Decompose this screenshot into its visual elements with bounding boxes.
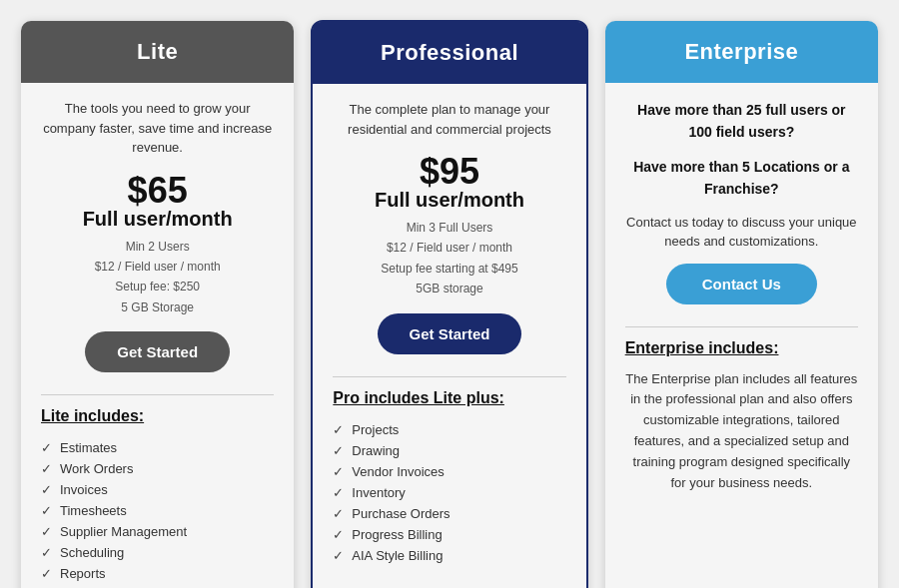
enterprise-header: Enterprise [605, 21, 878, 83]
check-icon: ✓ [333, 443, 344, 458]
pro-tagline: The complete plan to manage your residen… [333, 100, 565, 139]
enterprise-description: The Enterprise plan includes all feature… [625, 369, 858, 494]
enterprise-body: Have more than 25 full users or 100 fiel… [605, 83, 878, 588]
check-icon: ✓ [333, 422, 344, 437]
pro-header: Professional [313, 22, 585, 84]
feature-label: Scheduling [60, 545, 124, 560]
feature-label: Projects [352, 422, 399, 437]
feature-label: Estimates [60, 440, 117, 455]
list-item: ✓Timesheets [41, 500, 274, 521]
feature-label: Reports [60, 566, 106, 581]
enterprise-plan-card: Enterprise Have more than 25 full users … [604, 20, 879, 588]
list-item: ✓Estimates [41, 437, 274, 458]
check-icon: ✓ [41, 566, 52, 581]
lite-header: Lite [21, 21, 294, 83]
list-item: ✓AIA Style Billing [333, 545, 565, 566]
enterprise-title: Enterprise [621, 39, 862, 65]
lite-price: $65 Full user/month [83, 170, 233, 231]
feature-label: Inventory [352, 485, 405, 500]
feature-label: Progress Billing [352, 527, 442, 542]
lite-cta-button[interactable]: Get Started [85, 331, 230, 372]
list-item: ✓Work Orders [41, 458, 274, 479]
pro-detail-1: Min 3 Full Users [407, 221, 493, 235]
list-item: ✓Reports [41, 563, 274, 584]
pro-includes-title: Pro includes Lite plus: [333, 389, 504, 407]
list-item: ✓Projects [333, 419, 565, 440]
check-icon: ✓ [41, 461, 52, 476]
check-icon: ✓ [333, 506, 344, 521]
list-item: ✓Supplier Management [41, 521, 274, 542]
check-icon: ✓ [41, 482, 52, 497]
pro-see-all-link[interactable]: See all features [402, 578, 496, 588]
pro-details: Min 3 Full Users $12 / Field user / mont… [381, 218, 517, 299]
lite-detail-4: 5 GB Storage [121, 300, 194, 314]
lite-detail-2: $12 / Field user / month [95, 260, 221, 274]
check-icon: ✓ [41, 545, 52, 560]
list-item: ✓Inventory [333, 482, 565, 503]
lite-per: Full user/month [83, 208, 233, 231]
enterprise-divider [625, 326, 858, 327]
feature-label: Invoices [60, 482, 108, 497]
feature-label: Purchase Orders [352, 506, 450, 521]
feature-label: Timesheets [60, 503, 127, 518]
lite-features-list: ✓Estimates ✓Work Orders ✓Invoices ✓Times… [41, 437, 274, 584]
pro-divider [333, 376, 565, 377]
pro-features-list: ✓Projects ✓Drawing ✓Vendor Invoices ✓Inv… [333, 419, 565, 566]
lite-title: Lite [37, 39, 278, 65]
check-icon: ✓ [333, 527, 344, 542]
list-item: ✓Scheduling [41, 542, 274, 563]
pro-plan-card: Professional The complete plan to manage… [311, 20, 587, 588]
enterprise-cta-button[interactable]: Contact Us [666, 264, 817, 304]
enterprise-includes-title: Enterprise includes: [625, 339, 779, 357]
enterprise-contact-prompt: Contact us today to discuss your unique … [625, 213, 858, 252]
feature-label: Vendor Invoices [352, 464, 445, 479]
list-item: ✓Vendor Invoices [333, 461, 565, 482]
list-item: ✓Purchase Orders [333, 503, 565, 524]
pro-detail-3: Setup fee starting at $495 [381, 262, 517, 276]
list-item: ✓Progress Billing [333, 524, 565, 545]
pro-per: Full user/month [375, 189, 524, 212]
lite-details: Min 2 Users $12 / Field user / month Set… [95, 237, 221, 318]
feature-label: Work Orders [60, 461, 133, 476]
pro-title: Professional [329, 40, 569, 66]
pro-detail-2: $12 / Field user / month [387, 241, 512, 255]
list-item: ✓Invoices [41, 479, 274, 500]
lite-detail-1: Min 2 Users [126, 240, 190, 254]
lite-includes-title: Lite includes: [41, 407, 144, 425]
check-icon: ✓ [333, 548, 344, 563]
check-icon: ✓ [41, 503, 52, 518]
pro-cta-button[interactable]: Get Started [378, 313, 522, 354]
feature-label: Drawing [352, 443, 400, 458]
pro-price: $95 Full user/month [375, 151, 524, 212]
pro-body: The complete plan to manage your residen… [313, 84, 585, 588]
lite-plan-card: Lite The tools you need to grow your com… [20, 20, 295, 588]
check-icon: ✓ [333, 464, 344, 479]
lite-body: The tools you need to grow your company … [21, 83, 294, 588]
list-item: ✓Drawing [333, 440, 565, 461]
lite-divider [41, 394, 274, 395]
enterprise-question1: Have more than 25 full users or 100 fiel… [625, 99, 858, 144]
lite-detail-3: Setup fee: $250 [115, 280, 200, 294]
lite-tagline: The tools you need to grow your company … [41, 99, 274, 158]
lite-amount: $65 [83, 170, 233, 212]
pro-detail-4: 5GB storage [416, 282, 482, 295]
enterprise-question2: Have more than 5 Locations or a Franchis… [625, 156, 858, 201]
pro-amount: $95 [375, 151, 524, 193]
pricing-container: Lite The tools you need to grow your com… [20, 20, 879, 588]
feature-label: Supplier Management [60, 524, 187, 539]
check-icon: ✓ [41, 440, 52, 455]
check-icon: ✓ [333, 485, 344, 500]
feature-label: AIA Style Billing [352, 548, 443, 563]
check-icon: ✓ [41, 524, 52, 539]
